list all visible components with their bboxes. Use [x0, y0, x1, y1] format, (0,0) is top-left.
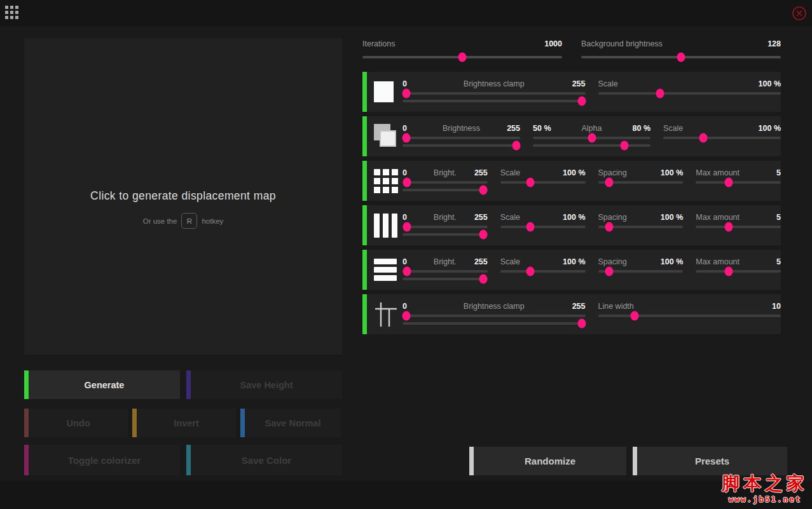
slider-thumb[interactable] [605, 222, 613, 232]
single-slider-group: Scale 100 % [598, 72, 781, 112]
slider-thumb[interactable] [458, 53, 467, 62]
layer-panel: 0 Brightness clamp 255 Scale 100 % [367, 72, 781, 112]
slider-thumb[interactable] [577, 319, 586, 329]
slider-track[interactable] [696, 181, 781, 184]
slider-track[interactable] [663, 137, 781, 139]
invert-button[interactable]: Invert [132, 409, 236, 437]
slider-label: Max amount [696, 168, 740, 177]
slider-track[interactable] [403, 100, 586, 102]
layer-accent-bar [362, 250, 367, 290]
slider-label: Scale [500, 257, 520, 266]
layer-list: 0 Brightness clamp 255 Scale 100 % 0 Bri… [362, 72, 781, 334]
slider-track[interactable] [533, 137, 650, 139]
slider-track[interactable] [403, 270, 488, 273]
randomize-button[interactable]: Randomize [469, 447, 626, 475]
slider-thumb[interactable] [526, 178, 534, 187]
generate-button[interactable]: Generate [24, 370, 180, 399]
slider-track[interactable] [403, 137, 520, 139]
presets-button[interactable]: Presets [633, 447, 787, 475]
slider-track[interactable] [533, 144, 650, 147]
slider-thumb[interactable] [605, 267, 613, 276]
slider-track[interactable] [598, 270, 684, 273]
slider-thumb[interactable] [479, 275, 488, 284]
slider-label: Brightness clamp [403, 302, 586, 311]
slider-thumb[interactable] [656, 89, 664, 98]
bottom-strip [0, 481, 812, 509]
preview-canvas[interactable]: Click to generate displacement map Or us… [24, 38, 342, 355]
slider-track[interactable] [500, 181, 586, 184]
vertical-bars-icon[interactable] [374, 205, 401, 245]
slider-track[interactable] [403, 322, 586, 325]
slider-thumb[interactable] [621, 141, 629, 151]
toggle-colorizer-button[interactable]: Toggle colorizer [24, 445, 180, 475]
slider-thumb[interactable] [513, 141, 521, 151]
layer-accent-bar [362, 205, 367, 245]
slider-track[interactable] [403, 144, 520, 147]
slider-track[interactable] [500, 270, 586, 273]
slider-thumb[interactable] [402, 89, 410, 98]
close-icon[interactable] [792, 6, 807, 21]
slider-track[interactable] [403, 226, 488, 228]
slider-thumb[interactable] [526, 222, 534, 232]
slider-thumb[interactable] [699, 133, 707, 143]
slider-thumb[interactable] [403, 222, 411, 232]
slider-thumb[interactable] [631, 311, 639, 321]
slider-label: Scale [598, 79, 618, 88]
slider-track[interactable] [403, 92, 586, 95]
slider-thumb[interactable] [403, 178, 411, 187]
slider-thumb[interactable] [479, 230, 488, 240]
slider-track[interactable] [696, 226, 781, 228]
slider-thumb[interactable] [725, 222, 733, 232]
save-normal-button[interactable]: Save Normal [240, 409, 341, 437]
slider-value: 5 [776, 213, 781, 222]
slider-value: 5 [776, 168, 781, 177]
slider-thumb[interactable] [677, 53, 685, 62]
range-slider-group: 0 Bright. 255 [403, 205, 488, 245]
slider-track[interactable] [696, 270, 781, 273]
save-color-button[interactable]: Save Color [186, 445, 342, 475]
slider-track[interactable] [403, 181, 488, 184]
cross-lines-icon[interactable] [374, 294, 401, 334]
slider-track[interactable] [403, 278, 488, 280]
slider-track[interactable] [500, 226, 586, 228]
slider-track[interactable] [581, 56, 781, 58]
action-row-2: Undo Invert Save Normal [24, 409, 342, 437]
grid-squares-icon[interactable] [374, 161, 401, 201]
single-slider-group: Scale 100 % [500, 205, 586, 245]
save-height-button[interactable]: Save Height [186, 370, 342, 399]
undo-button[interactable]: Undo [24, 409, 128, 437]
layer-row: 0 Brightness 255 50 % Alpha 80 % Scale 1… [362, 116, 781, 156]
layer-accent-bar [362, 161, 367, 201]
slider-thumb[interactable] [402, 311, 410, 321]
slider-thumb[interactable] [588, 133, 596, 143]
grid-menu-icon[interactable] [5, 6, 20, 21]
layer-accent-bar [362, 116, 367, 156]
square-icon[interactable] [374, 72, 401, 112]
slider-thumb[interactable] [725, 267, 733, 276]
slider-thumb[interactable] [526, 267, 534, 276]
slider-thumb[interactable] [577, 97, 586, 106]
global-slider: Background brightness 128 [581, 38, 781, 58]
horizontal-bars-icon[interactable] [374, 250, 401, 290]
slider-track[interactable] [598, 92, 781, 95]
layer-row: 0 Bright. 255 Scale 100 % Spacing 100 % … [362, 250, 781, 290]
slider-track[interactable] [598, 315, 781, 317]
slider-value: 128 [767, 39, 781, 48]
slider-thumb[interactable] [479, 186, 488, 195]
slider-track[interactable] [403, 315, 586, 317]
slider-label: Alpha [533, 124, 650, 133]
overlap-squares-icon[interactable] [374, 116, 401, 156]
slider-track[interactable] [362, 56, 562, 58]
slider-thumb[interactable] [725, 178, 733, 187]
layer-panel: 0 Brightness clamp 255 Line width 10 [367, 294, 781, 334]
slider-track[interactable] [403, 233, 488, 236]
slider-thumb[interactable] [605, 178, 613, 187]
slider-thumb[interactable] [403, 267, 411, 276]
slider-label: Spacing [598, 213, 627, 222]
slider-track[interactable] [598, 226, 684, 228]
slider-track[interactable] [598, 181, 684, 184]
slider-value: 100 % [759, 79, 781, 88]
range-slider-group: 0 Bright. 255 [403, 250, 488, 290]
slider-track[interactable] [403, 189, 488, 191]
slider-thumb[interactable] [402, 133, 410, 143]
